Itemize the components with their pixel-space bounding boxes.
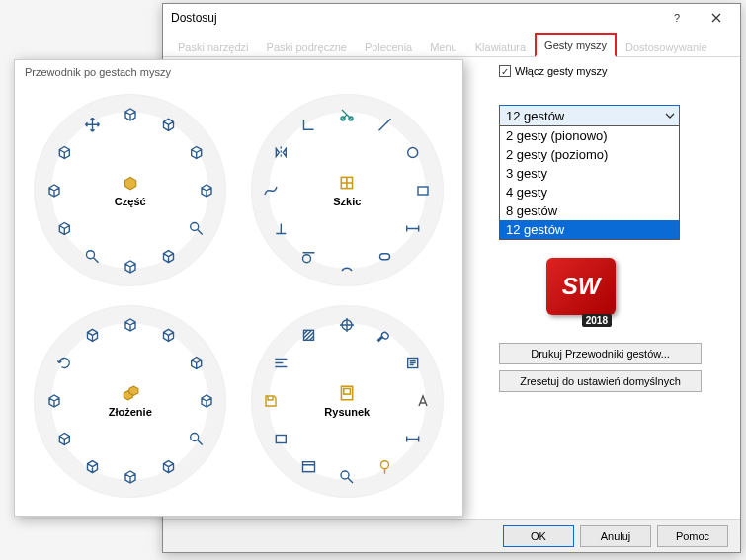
- gesture-slot[interactable]: [82, 246, 102, 266]
- gesture-ring-złożenie: Złożenie: [27, 301, 234, 503]
- gesture-slot[interactable]: [403, 142, 423, 162]
- gesture-slot[interactable]: [375, 457, 395, 477]
- gesture-slot[interactable]: [82, 115, 102, 134]
- tabs: Paski narzędzi Paski podręczne Polecenia…: [163, 32, 740, 57]
- option-3[interactable]: 3 gesty: [500, 164, 679, 183]
- print-guides-button[interactable]: Drukuj Przewodniki gestów...: [499, 343, 702, 364]
- enable-gestures-checkbox[interactable]: ✓: [499, 65, 511, 77]
- titlebar: Dostosuj ?: [163, 4, 740, 32]
- zoom-icon: [188, 220, 204, 236]
- gesture-slot[interactable]: [186, 218, 206, 238]
- logo-year: 2018: [582, 314, 612, 327]
- gesture-slot[interactable]: [403, 354, 423, 373]
- gesture-slot[interactable]: [272, 430, 291, 449]
- gesture-slot[interactable]: [54, 354, 74, 373]
- gesture-slot[interactable]: [82, 326, 102, 346]
- cube-icon: [123, 107, 138, 122]
- gesture-slot[interactable]: [82, 457, 102, 477]
- gesture-ring-szkic: Szkic: [244, 90, 452, 291]
- reset-defaults-button[interactable]: Zresetuj do ustawień domyślnych: [499, 370, 702, 392]
- hatch-icon: [301, 328, 317, 344]
- gesture-slot[interactable]: [121, 315, 140, 335]
- gesture-slot[interactable]: [54, 430, 74, 449]
- solidworks-logo: SW 2018: [546, 258, 635, 337]
- gesture-slot[interactable]: [272, 354, 291, 373]
- gesture-slot[interactable]: [121, 467, 140, 487]
- gesture-slot[interactable]: [158, 246, 178, 266]
- option-8[interactable]: 8 gestów: [500, 201, 679, 220]
- gesture-slot[interactable]: [337, 315, 357, 335]
- gesture-slot[interactable]: [186, 142, 206, 162]
- gesture-slot[interactable]: [299, 115, 319, 134]
- gesture-slot[interactable]: [299, 326, 319, 346]
- gesture-slot[interactable]: [158, 115, 178, 134]
- cube-icon: [123, 259, 138, 275]
- gesture-slot[interactable]: [158, 457, 178, 477]
- cube-icon: [46, 393, 62, 409]
- option-12[interactable]: 12 gestów: [500, 220, 679, 239]
- tab-customization[interactable]: Dostosowywanie: [617, 36, 716, 57]
- trim-icon: [339, 107, 355, 122]
- gesture-slot[interactable]: [186, 354, 206, 373]
- tab-menu[interactable]: Menu: [421, 36, 466, 57]
- gesture-slot[interactable]: [375, 115, 395, 134]
- option-2h[interactable]: 2 gesty (poziomo): [500, 145, 679, 164]
- option-4[interactable]: 4 gesty: [500, 183, 679, 201]
- gesture-slot[interactable]: [54, 218, 74, 238]
- gesture-slot[interactable]: [44, 391, 64, 411]
- gesture-slot[interactable]: [337, 467, 357, 487]
- gesture-slot[interactable]: [197, 391, 216, 411]
- gesture-slot[interactable]: [375, 326, 395, 346]
- gesture-slot[interactable]: [337, 105, 357, 124]
- gesture-slot[interactable]: [121, 257, 140, 277]
- gesture-slot[interactable]: [158, 326, 178, 346]
- gesture-slot[interactable]: [403, 218, 423, 238]
- tab-mouse-gestures[interactable]: Gesty myszy: [535, 33, 617, 57]
- help-button[interactable]: ?: [657, 6, 697, 30]
- gesture-slot[interactable]: [197, 181, 216, 200]
- wrench-icon: [377, 328, 393, 344]
- help-footer-button[interactable]: Pomoc: [657, 525, 728, 547]
- tab-toolbars[interactable]: Paski narzędzi: [169, 36, 258, 57]
- gesture-slot[interactable]: [121, 105, 140, 124]
- tab-commands[interactable]: Polecenia: [356, 36, 421, 57]
- gesture-guide-panel: Przewodnik po gestach myszy CzęśćSzkicZł…: [14, 59, 463, 517]
- gesture-slot[interactable]: [54, 142, 74, 162]
- cube-icon: [160, 328, 176, 344]
- circle-icon: [405, 144, 421, 160]
- enable-gestures-row[interactable]: ✓ Włącz gesty myszy: [499, 65, 728, 77]
- ring-center: Złożenie: [109, 384, 152, 418]
- gesture-slot[interactable]: [403, 430, 423, 449]
- gesture-slot[interactable]: [299, 457, 319, 477]
- tab-keyboard[interactable]: Klawiatura: [466, 36, 535, 57]
- ring-label: Rysunek: [324, 406, 370, 418]
- move-icon: [84, 117, 100, 132]
- tab-shortcut-bars[interactable]: Paski podręczne: [258, 36, 356, 57]
- close-button[interactable]: [697, 6, 736, 30]
- gesture-slot[interactable]: [272, 142, 291, 162]
- gesture-slot[interactable]: [261, 391, 281, 411]
- gesture-slot[interactable]: [337, 257, 357, 277]
- cube-icon: [188, 356, 204, 371]
- zoom-icon: [84, 248, 100, 264]
- gesture-slot[interactable]: [186, 430, 206, 449]
- rect-icon: [274, 432, 290, 447]
- ring-label: Złożenie: [109, 406, 152, 418]
- gesture-slot[interactable]: [261, 181, 281, 200]
- gesture-slot[interactable]: [299, 246, 319, 266]
- cancel-button[interactable]: Anuluj: [580, 525, 651, 547]
- perp-icon: [274, 220, 290, 236]
- ok-button[interactable]: OK: [503, 525, 574, 547]
- sketch-icon: [338, 174, 356, 192]
- center-icon: [339, 317, 355, 333]
- gesture-count-select[interactable]: 12 gestów: [499, 105, 680, 126]
- gesture-slot[interactable]: [272, 218, 291, 238]
- font-icon: [415, 393, 431, 409]
- gesture-slot[interactable]: [413, 181, 433, 200]
- gesture-slot[interactable]: [413, 391, 433, 411]
- gesture-slot[interactable]: [375, 246, 395, 266]
- arc-icon: [339, 259, 355, 275]
- option-2v[interactable]: 2 gesty (pionowo): [500, 126, 679, 145]
- gesture-slot[interactable]: [44, 181, 64, 200]
- cube-icon: [123, 317, 138, 333]
